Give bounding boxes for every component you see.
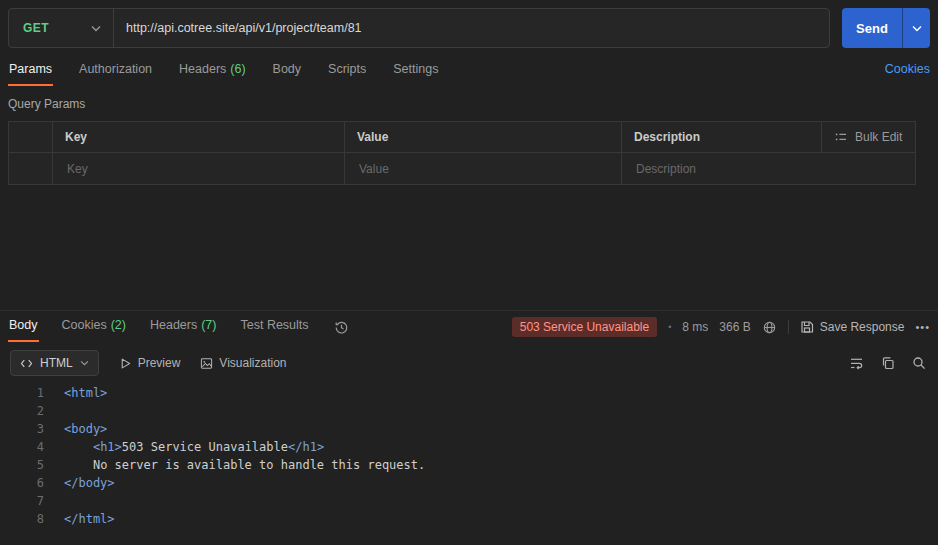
line-number: 8 <box>0 510 44 528</box>
more-options-button[interactable]: ••• <box>915 321 930 333</box>
line-number: 7 <box>0 492 44 510</box>
send-button[interactable]: Send <box>842 8 902 48</box>
play-icon <box>119 357 132 370</box>
meta-divider <box>788 320 789 334</box>
tab-label: Body <box>273 62 302 76</box>
code-content: No server is available to handle this re… <box>64 456 425 474</box>
format-label: HTML <box>40 356 73 370</box>
save-response-button[interactable]: Save Response <box>800 320 905 334</box>
send-options-button[interactable] <box>902 8 930 48</box>
request-bar: GET Send <box>8 8 930 48</box>
tab-count: (2) <box>111 318 126 332</box>
tab-label: Headers <box>150 318 197 332</box>
code-content: <html> <box>64 384 107 402</box>
row-select-cell[interactable] <box>9 153 53 184</box>
query-params-title: Query Params <box>8 97 85 111</box>
code-line: 6</body> <box>0 474 938 492</box>
tab-headers[interactable]: Headers (6) <box>178 57 247 86</box>
code-content: <h1>503 Service Unavailable</h1> <box>64 438 324 456</box>
line-number: 6 <box>0 474 44 492</box>
search-icon[interactable] <box>912 356 926 370</box>
copy-icon[interactable] <box>881 356 895 370</box>
preview-button[interactable]: Preview <box>119 356 181 370</box>
line-number: 3 <box>0 420 44 438</box>
select-column-header <box>9 122 53 152</box>
format-code-icon <box>20 357 33 370</box>
bulk-edit-button[interactable]: Bulk Edit <box>822 122 915 152</box>
save-response-label: Save Response <box>820 320 905 334</box>
column-header-key: Key <box>53 122 345 152</box>
cookies-link[interactable]: Cookies <box>885 57 930 76</box>
params-table-header: Key Value Description Bulk Edit <box>9 122 915 153</box>
chevron-down-icon <box>80 360 89 366</box>
code-line: 7 <box>0 492 938 510</box>
line-number: 2 <box>0 402 44 420</box>
code-line: 3<body> <box>0 420 938 438</box>
tab-settings[interactable]: Settings <box>392 57 439 86</box>
save-icon <box>800 320 814 334</box>
code-line: 2 <box>0 402 938 420</box>
tab-authorization[interactable]: Authorization <box>78 57 153 86</box>
format-select[interactable]: HTML <box>10 350 99 376</box>
line-number: 4 <box>0 438 44 456</box>
column-header-value: Value <box>345 122 622 152</box>
history-icon[interactable] <box>334 320 349 335</box>
tab-count: (7) <box>201 318 216 332</box>
tab-label: Scripts <box>328 62 366 76</box>
tab-label: Test Results <box>240 318 308 332</box>
send-group: Send <box>842 8 930 48</box>
tab-label: Body <box>9 318 38 332</box>
tab-body[interactable]: Body <box>272 57 303 86</box>
response-tab-headers[interactable]: Headers (7) <box>149 312 218 342</box>
response-body-code[interactable]: 1<html>23<body>4 <h1>503 Service Unavail… <box>0 381 938 545</box>
status-badge: 503 Service Unavailable <box>512 317 657 337</box>
response-tab-cookies[interactable]: Cookies (2) <box>61 312 127 342</box>
tab-label: Authorization <box>79 62 152 76</box>
column-header-description: Description <box>622 122 822 152</box>
response-size: 366 B <box>719 320 750 334</box>
image-icon <box>200 357 213 370</box>
url-group: GET <box>8 8 830 48</box>
response-toolbar: HTML Preview Visualization <box>10 349 926 377</box>
code-content: </html> <box>64 510 115 528</box>
code-line: 4 <h1>503 Service Unavailable</h1> <box>0 438 938 456</box>
chevron-down-icon <box>91 25 101 32</box>
bulk-edit-label: Bulk Edit <box>855 130 902 144</box>
response-meta: 503 Service Unavailable • 8 ms 366 B Sav… <box>512 317 930 337</box>
visualization-button[interactable]: Visualization <box>200 356 286 370</box>
params-table-row <box>9 153 915 184</box>
tab-label: Cookies <box>62 318 107 332</box>
method-select[interactable]: GET <box>9 9 114 47</box>
preview-label: Preview <box>138 356 181 370</box>
meta-separator-dot: • <box>668 322 671 332</box>
code-line: 5 No server is available to handle this … <box>0 456 938 474</box>
tab-label: Params <box>9 62 52 76</box>
tab-label: Headers <box>179 62 226 76</box>
tab-label: Settings <box>393 62 438 76</box>
param-description-input[interactable] <box>634 161 903 177</box>
url-input[interactable] <box>114 9 829 47</box>
response-section-divider <box>0 310 938 311</box>
line-number: 5 <box>0 456 44 474</box>
code-content: <body> <box>64 420 107 438</box>
network-globe-icon[interactable] <box>762 320 777 335</box>
line-number: 1 <box>0 384 44 402</box>
response-tabs: Body Cookies (2) Headers (7) Test Result… <box>8 312 930 342</box>
response-tab-body[interactable]: Body <box>8 312 39 342</box>
query-params-table: Key Value Description Bulk Edit <box>8 121 916 185</box>
response-time: 8 ms <box>682 320 708 334</box>
chevron-down-icon <box>912 25 922 32</box>
param-value-input[interactable] <box>357 161 609 177</box>
code-content: </body> <box>64 474 115 492</box>
method-label: GET <box>23 21 49 35</box>
code-line: 1<html> <box>0 384 938 402</box>
wrap-text-icon[interactable] <box>849 356 864 371</box>
code-toolbar-icons <box>849 356 926 371</box>
visualization-label: Visualization <box>219 356 286 370</box>
param-key-input[interactable] <box>65 161 332 177</box>
response-tab-test-results[interactable]: Test Results <box>239 312 309 342</box>
tab-scripts[interactable]: Scripts <box>327 57 367 86</box>
tab-params[interactable]: Params <box>8 57 53 86</box>
request-tabs: Params Authorization Headers (6) Body Sc… <box>8 57 930 86</box>
code-line: 8</html> <box>0 510 938 528</box>
